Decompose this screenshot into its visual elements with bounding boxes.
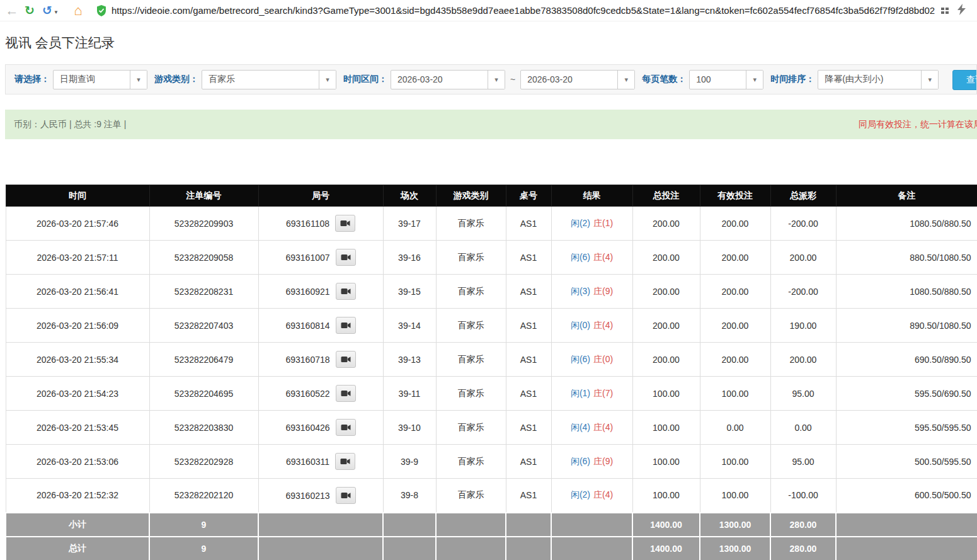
- round-number: 693160426: [285, 423, 329, 433]
- cell-valid-bet: 100.00: [700, 377, 770, 411]
- col-header-session: 场次: [383, 185, 436, 207]
- cell-session: 39-16: [383, 241, 436, 275]
- empty-cell: [551, 513, 632, 537]
- lightning-icon[interactable]: [957, 4, 966, 18]
- extensions-grid-icon[interactable]: [941, 8, 949, 14]
- cell-result: 闲(2)庄(1): [551, 207, 632, 241]
- video-replay-button[interactable]: [336, 487, 356, 504]
- url-text: https://videoie.com/game/betrecord_searc…: [111, 5, 935, 16]
- round-number: 693160718: [285, 355, 329, 365]
- cell-game-type: 百家乐: [436, 309, 506, 343]
- refresh-button[interactable]: ↻: [21, 3, 38, 19]
- chevron-down-icon: ▾: [326, 76, 329, 83]
- table-row: 2026-03-20 21:56:41 523282208231 6931609…: [6, 275, 977, 309]
- result-player: 闲(0): [571, 320, 590, 330]
- video-camera-icon: [341, 356, 351, 363]
- cell-session: 39-11: [383, 377, 436, 411]
- video-replay-button[interactable]: [336, 385, 356, 402]
- date-from-select[interactable]: 2026-03-20 ▾: [391, 70, 505, 89]
- result-player: 闲(2): [571, 489, 590, 500]
- date-to-caret-button[interactable]: ▾: [617, 71, 634, 89]
- cell-payout: -100.00: [770, 479, 836, 513]
- cell-total-bet[interactable]: 200.00: [632, 309, 700, 343]
- round-number: 693160921: [285, 287, 329, 297]
- video-replay-button[interactable]: [335, 453, 355, 470]
- cell-table-no: AS1: [506, 411, 551, 445]
- round-number: 693161007: [285, 253, 329, 263]
- cell-payout: 95.00: [770, 377, 836, 411]
- empty-cell: [383, 537, 436, 560]
- cell-bet-id: 523282209058: [149, 241, 258, 275]
- date-from-caret-button[interactable]: ▾: [488, 71, 505, 89]
- address-bar[interactable]: https://videoie.com/game/betrecord_searc…: [94, 2, 973, 20]
- empty-cell: [436, 537, 506, 560]
- result-player: 闲(6): [571, 252, 590, 262]
- cell-total-bet[interactable]: 100.00: [632, 377, 700, 411]
- date-to-select[interactable]: 2026-03-20 ▾: [520, 70, 635, 89]
- result-player: 闲(6): [571, 456, 590, 466]
- cell-payout: 200.00: [770, 241, 836, 275]
- cell-round: 693160718: [258, 343, 383, 377]
- cell-bet-id: 523282207403: [149, 309, 258, 343]
- undo-icon: ↺: [42, 4, 52, 16]
- cell-total-bet[interactable]: 100.00: [632, 445, 700, 479]
- cell-note: 600.50/500.50: [836, 479, 977, 513]
- game-type-caret-button[interactable]: ▾: [319, 71, 336, 89]
- video-replay-button[interactable]: [336, 419, 356, 436]
- video-replay-button[interactable]: [336, 317, 356, 334]
- sort-select[interactable]: 降幂(由大到小) ▾: [818, 70, 939, 89]
- col-header-game-type: 游戏类别: [436, 185, 506, 207]
- home-button[interactable]: ⌂: [70, 3, 86, 19]
- video-replay-button[interactable]: [336, 351, 356, 368]
- query-type-select[interactable]: 日期查询 ▾: [53, 70, 147, 89]
- cell-total-bet[interactable]: 200.00: [632, 275, 700, 309]
- video-replay-button[interactable]: [336, 283, 356, 300]
- cell-game-type: 百家乐: [436, 207, 506, 241]
- subtotal-total-bet: 1400.00: [632, 513, 700, 537]
- cell-round: 693161007: [258, 241, 383, 275]
- result-player: 闲(3): [571, 286, 590, 296]
- cell-total-bet[interactable]: 200.00: [632, 241, 700, 275]
- sort-caret-button[interactable]: ▾: [921, 71, 938, 89]
- cell-payout: 95.00: [770, 445, 836, 479]
- round-number: 693161108: [286, 219, 329, 229]
- cell-round: 693160522: [258, 377, 383, 411]
- cell-valid-bet: 200.00: [700, 275, 770, 309]
- chevron-down-icon: ▾: [624, 76, 628, 83]
- cell-note: 595.50/595.50: [836, 411, 977, 445]
- cell-game-type: 百家乐: [436, 241, 506, 275]
- cell-note: 690.50/890.50: [836, 343, 977, 377]
- cell-result: 闲(6)庄(9): [551, 445, 632, 479]
- query-type-label: 请选择：: [14, 74, 50, 85]
- subtotal-count: 9: [149, 513, 258, 537]
- game-type-select[interactable]: 百家乐 ▾: [202, 70, 336, 89]
- col-header-result: 结果: [551, 185, 632, 207]
- cell-table-no: AS1: [506, 309, 551, 343]
- cell-game-type: 百家乐: [436, 377, 506, 411]
- search-button[interactable]: 查询: [952, 70, 977, 90]
- video-camera-icon: [341, 254, 351, 261]
- cell-total-bet[interactable]: 100.00: [632, 411, 700, 445]
- cell-game-type: 百家乐: [436, 445, 506, 479]
- cell-result: 闲(6)庄(0): [551, 343, 632, 377]
- cell-valid-bet: 100.00: [700, 479, 770, 513]
- refresh-icon: ↻: [25, 4, 35, 16]
- video-camera-icon: [340, 458, 350, 465]
- cell-total-bet[interactable]: 200.00: [632, 343, 700, 377]
- video-replay-button[interactable]: [336, 249, 356, 266]
- undo-dropdown-caret-icon[interactable]: ▼: [54, 9, 59, 15]
- table-row: 2026-03-20 21:55:34 523282206479 6931607…: [6, 343, 977, 377]
- range-separator: ~: [510, 74, 515, 84]
- cell-total-bet[interactable]: 100.00: [632, 479, 700, 513]
- cell-total-bet[interactable]: 200.00: [632, 207, 700, 241]
- back-button[interactable]: ←: [4, 3, 20, 19]
- result-banker: 庄(0): [593, 354, 613, 364]
- page-size-select[interactable]: 100 ▾: [689, 70, 763, 89]
- cell-time: 2026-03-20 21:57:11: [6, 241, 149, 275]
- page-size-caret-button[interactable]: ▾: [746, 71, 763, 89]
- empty-cell: [383, 513, 436, 537]
- video-replay-button[interactable]: [335, 215, 355, 232]
- cell-time: 2026-03-20 21:55:34: [6, 343, 149, 377]
- cell-valid-bet: 100.00: [700, 445, 770, 479]
- query-type-caret-button[interactable]: ▾: [130, 71, 147, 89]
